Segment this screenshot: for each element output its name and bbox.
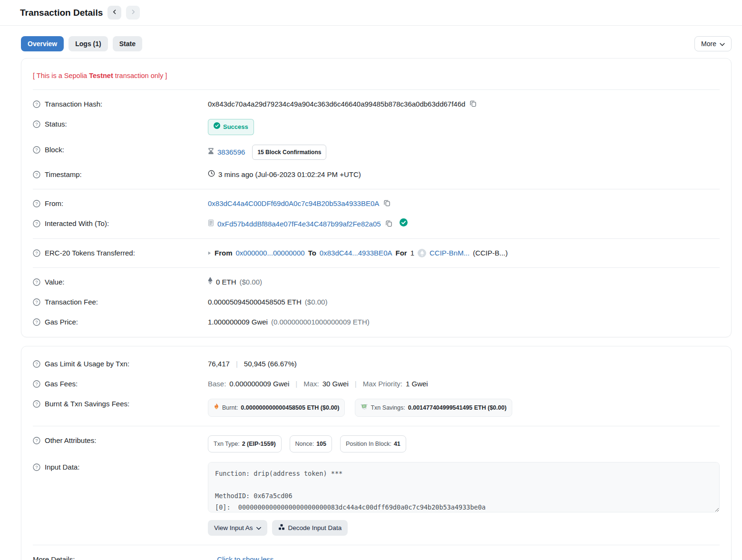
token-symbol: (CCIP-B...): [473, 248, 508, 258]
position-in-block-value: 41: [394, 439, 400, 449]
help-icon[interactable]: ?: [33, 220, 40, 227]
clock-icon: [208, 169, 215, 180]
erc20-transfers-label: ERC-20 Tokens Transferred:: [45, 248, 135, 258]
token-name-link[interactable]: CCIP-BnM...: [430, 248, 469, 258]
burnt-fee-badge: Burnt: 0.000000000000458505 ETH ($0.00): [208, 399, 345, 417]
testnet-notice: [ This is a Sepolia Testnet transaction …: [33, 63, 720, 85]
help-icon[interactable]: ?: [33, 380, 40, 388]
erc20-from-address-link[interactable]: 0x000000...00000000: [236, 248, 305, 258]
help-icon[interactable]: ?: [33, 146, 40, 154]
view-input-as-button[interactable]: View Input As: [208, 520, 267, 536]
max-fee-value: 30 Gwei: [322, 379, 349, 389]
row-other-attributes: ? Other Attributes: Txn Type: 2 (EIP-155…: [33, 431, 720, 457]
help-icon[interactable]: ?: [33, 400, 40, 408]
transaction-fee-usd: ($0.00): [305, 297, 328, 307]
ethereum-icon: [208, 277, 213, 287]
from-address-link[interactable]: 0x83dC44a4C00DFf69d0A0c7c94B20b53a4933BE…: [208, 198, 379, 209]
interacted-with-label: Interacted With (To):: [45, 218, 109, 229]
row-transaction-hash: ? Transaction Hash: 0x843dc70a4a29d79234…: [33, 94, 720, 114]
erc20-amount: 1: [410, 248, 414, 258]
tab-overview[interactable]: Overview: [21, 36, 64, 51]
check-circle-icon: [214, 122, 220, 132]
svg-text:?: ?: [35, 221, 38, 226]
row-erc20-transfers: ? ERC-20 Tokens Transferred: From 0x0000…: [33, 243, 720, 263]
divider: [33, 89, 720, 90]
row-gas-price: ? Gas Price: 1.000000009 Gwei (0.0000000…: [33, 312, 720, 332]
nonce-label: Nonce:: [295, 439, 314, 449]
transaction-hash-label: Transaction Hash:: [45, 99, 102, 109]
chevron-down-icon: [256, 524, 261, 531]
block-number-link[interactable]: 3836596: [217, 147, 245, 157]
copy-from-address-button[interactable]: [382, 199, 391, 208]
tabs-row: Overview Logs (1) State More: [0, 26, 742, 58]
svg-text:?: ?: [35, 319, 38, 324]
value-amount: 0 ETH: [216, 277, 236, 287]
help-icon[interactable]: ?: [33, 120, 40, 128]
max-priority-fee-label: Max Priority:: [363, 379, 402, 389]
from-label: From:: [45, 198, 63, 209]
row-input-data: ? Input Data: Function: drip(address tok…: [33, 457, 720, 540]
row-burnt-savings: ? Burnt & Txn Savings Fees: Burnt: 0.000…: [33, 394, 720, 422]
tab-state[interactable]: State: [113, 36, 142, 51]
help-icon[interactable]: ?: [33, 200, 40, 207]
click-to-show-less-link[interactable]: — Click to show less: [208, 554, 273, 560]
next-transaction-button[interactable]: [126, 6, 140, 20]
separator: |: [293, 379, 300, 389]
hourglass-icon: [208, 147, 214, 157]
gas-price-amount: 1.000000009 Gwei: [208, 317, 268, 327]
transaction-fee-label: Transaction Fee:: [45, 297, 98, 307]
to-address-link[interactable]: 0xFd57b4ddBf88a4e07fF4e34C487b99af2Fe82a…: [217, 219, 381, 229]
erc20-to-address-link[interactable]: 0x83dC44...4933BE0A: [320, 248, 392, 258]
divider: [33, 267, 720, 268]
transaction-fee-amount: 0.000050945000458505 ETH: [208, 297, 302, 307]
help-icon[interactable]: ?: [33, 298, 40, 306]
help-icon[interactable]: ?: [33, 278, 40, 286]
contract-file-icon: [208, 219, 214, 229]
nonce-chip: Nonce: 105: [290, 435, 332, 452]
svg-text:?: ?: [35, 147, 38, 152]
row-gas-limit: ? Gas Limit & Usage by Txn: 76,417 | 50,…: [33, 351, 720, 374]
details-card: ? Gas Limit & Usage by Txn: 76,417 | 50,…: [21, 346, 732, 560]
position-in-block-label: Position In Block:: [346, 439, 391, 449]
help-icon[interactable]: ?: [33, 318, 40, 326]
base-fee-label: Base:: [208, 379, 226, 389]
help-icon[interactable]: ?: [33, 437, 40, 444]
copy-icon: [383, 199, 391, 208]
row-value: ? Value: 0 ETH ($0.00): [33, 272, 720, 292]
copy-icon: [469, 100, 477, 108]
decode-input-data-label: Decode Input Data: [288, 524, 342, 531]
svg-text:?: ?: [35, 464, 38, 470]
transaction-details-page: Transaction Details Overview Logs (1) St…: [0, 0, 742, 560]
decode-cubes-icon: [278, 524, 285, 532]
max-fee-label: Max:: [303, 379, 319, 389]
tab-logs[interactable]: Logs (1): [68, 36, 107, 51]
nonce-value: 105: [316, 439, 326, 449]
divider: [33, 189, 720, 189]
txn-type-chip: Txn Type: 2 (EIP-1559): [208, 435, 282, 452]
help-icon[interactable]: ?: [33, 360, 40, 368]
divider: [33, 426, 720, 426]
txn-savings-value: 0.001477404999541495 ETH ($0.00): [408, 403, 507, 413]
help-icon[interactable]: ?: [33, 463, 40, 471]
tabs: Overview Logs (1) State: [21, 36, 142, 51]
svg-text:?: ?: [35, 381, 38, 386]
svg-text:?: ?: [35, 101, 38, 107]
timestamp-label: Timestamp:: [45, 169, 82, 180]
copy-hash-button[interactable]: [469, 100, 478, 108]
row-transaction-fee: ? Transaction Fee: 0.000050945000458505 …: [33, 292, 720, 312]
previous-transaction-button[interactable]: [107, 6, 121, 20]
more-dropdown-button[interactable]: More: [694, 36, 732, 51]
svg-text:?: ?: [35, 438, 38, 443]
block-label: Block:: [45, 145, 64, 155]
row-more-details: More Details: — Click to show less: [33, 550, 720, 560]
input-data-textarea[interactable]: Function: drip(address token) *** Method…: [208, 462, 720, 512]
value-usd: ($0.00): [240, 277, 263, 287]
copy-to-address-button[interactable]: [384, 220, 393, 228]
help-icon[interactable]: ?: [33, 249, 40, 257]
status-label: Status:: [45, 119, 67, 129]
decode-input-data-button[interactable]: Decode Input Data: [272, 520, 348, 536]
help-icon[interactable]: ?: [33, 171, 40, 178]
svg-text:?: ?: [35, 361, 38, 366]
help-icon[interactable]: ?: [33, 100, 40, 108]
burnt-label: Burnt:: [222, 403, 238, 413]
